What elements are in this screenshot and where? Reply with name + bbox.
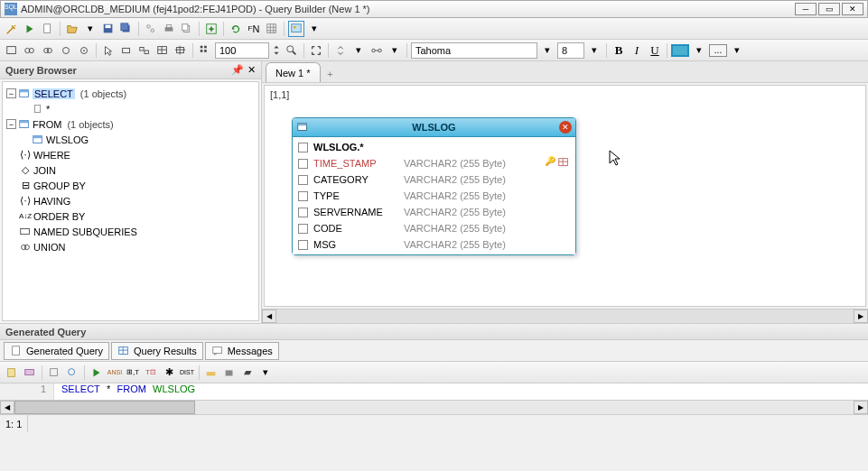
query-canvas[interactable]: [1,1] WLSLOG ✕ WLSLOG.*TIME_STAMPVARCHAR… [264,85,866,307]
open-icon[interactable] [64,21,80,37]
minimize-button[interactable]: ─ [795,3,817,15]
sql-btn2[interactable] [22,365,38,381]
wand-icon[interactable] [4,21,20,37]
table-column-row[interactable]: CODEVARCHAR2 (255 Byte) [294,220,574,236]
sql-t-icon[interactable]: ⊞,T [125,365,141,381]
align-icon[interactable] [4,42,20,59]
dropdown-icon[interactable]: ▾ [586,42,602,59]
sql-btn4[interactable] [64,365,80,381]
table-column-row[interactable]: TYPEVARCHAR2 (255 Byte) [294,188,574,204]
updown-icon[interactable] [332,42,349,59]
dropdown-icon[interactable]: ▾ [691,42,707,59]
chain-icon[interactable] [143,21,159,37]
tree-select-node[interactable]: − SELECT (1 objects) [6,86,255,101]
grid-small-icon[interactable] [197,42,213,59]
dropdown-icon[interactable]: ▾ [257,365,274,381]
table-wlslog-window[interactable]: WLSLOG ✕ WLSLOG.*TIME_STAMPVARCHAR2 (255… [292,117,576,255]
ring-icon[interactable] [58,42,74,59]
grid-tiny-icon[interactable] [557,156,570,171]
grid-icon[interactable] [264,21,280,37]
rings-icon[interactable] [22,42,38,59]
sql-hscroll[interactable]: ◀ ▶ [0,400,868,414]
sql-dist-icon[interactable]: DIST [179,365,195,381]
dropdown-icon[interactable]: ▾ [82,21,98,37]
tree-orderby-node[interactable]: A↓Z ORDER BY [6,208,255,224]
table-close-button[interactable]: ✕ [559,121,572,134]
row-checkbox[interactable] [298,224,308,234]
bold-button[interactable]: B [611,42,627,59]
scroll-thumb[interactable] [14,401,195,414]
zoom-icon[interactable] [284,42,300,59]
tab-messages[interactable]: Messages [205,342,279,360]
sql-cloud-icon[interactable]: ▰ [239,365,256,381]
sql-btn3[interactable] [46,365,62,381]
spinner-icon[interactable] [271,42,282,59]
canvas-hscroll[interactable]: ◀ ▶ [262,309,868,323]
collapse-icon[interactable]: − [6,119,16,129]
cursor-icon[interactable] [100,42,117,59]
font-select[interactable] [411,42,537,59]
table-window-header[interactable]: WLSLOG ✕ [293,118,575,136]
pin-icon[interactable]: 📌 [231,64,244,76]
dropdown-icon[interactable]: ▾ [350,42,367,59]
copy-icon[interactable] [179,21,195,37]
sql-btn1[interactable] [4,365,20,381]
row-checkbox[interactable] [298,159,308,169]
table-column-row[interactable]: WLSLOG.* [294,139,574,155]
rings2-icon[interactable] [40,42,56,59]
tree-join-node[interactable]: ◇ JOIN [6,162,255,178]
target-icon[interactable] [173,42,189,59]
color-swatch[interactable] [671,44,689,57]
fit-icon[interactable] [308,42,324,59]
dropdown-icon[interactable]: ▾ [306,21,322,37]
new-icon[interactable] [40,21,56,37]
sql-text[interactable]: SELECT * FROM WLSLOG [54,383,868,400]
sql-t2-icon[interactable]: T⊡ [143,365,159,381]
sql-snow-icon[interactable]: ✱ [161,365,177,381]
tree-union-node[interactable]: UNION [6,239,255,254]
tree-groupby-node[interactable]: ⊟ GROUP BY [6,178,255,193]
more-button[interactable]: ... [709,44,727,57]
ring2-icon[interactable] [76,42,92,59]
row-checkbox[interactable] [298,208,308,217]
tree-from-node[interactable]: − FROM (1 objects) [6,116,255,132]
table-column-row[interactable]: CATEGORYVARCHAR2 (255 Byte) [294,171,574,188]
dropdown-icon[interactable]: ▾ [729,42,745,59]
table-column-row[interactable]: MSGVARCHAR2 (255 Byte) [294,236,574,253]
save-icon[interactable] [100,21,117,37]
tree-having-node[interactable]: ⟨·⟩ HAVING [6,193,255,208]
picture-icon[interactable] [288,21,304,37]
sql-editor[interactable]: 1 SELECT * FROM WLSLOG [0,383,868,400]
close-button[interactable]: ✕ [842,3,863,15]
run-icon[interactable] [22,21,38,37]
shape2-icon[interactable] [136,42,153,59]
tab-query-results[interactable]: Query Results [111,342,203,360]
tab-new1[interactable]: New 1 * [266,62,321,82]
refresh-icon[interactable] [228,21,244,37]
restore-button[interactable]: ▭ [818,3,840,15]
close-panel-icon[interactable]: ✕ [247,64,256,76]
sql-btn5[interactable] [203,365,219,381]
sql-run-icon[interactable] [89,365,105,381]
shape1-icon[interactable] [118,42,135,59]
add-tab-button[interactable]: + [322,66,339,82]
dropdown-icon[interactable]: ▾ [387,42,403,59]
table-column-row[interactable]: SERVERNAMEVARCHAR2 (255 Byte) [294,204,574,220]
underline-button[interactable]: U [647,42,663,59]
scroll-right-button[interactable]: ▶ [854,309,868,323]
tree-where-node[interactable]: ⟨·⟩ WHERE [6,147,255,162]
grid2-icon[interactable] [154,42,171,59]
zoom-input[interactable] [215,42,269,59]
tree-star-node[interactable]: * [6,101,255,116]
row-checkbox[interactable] [298,175,308,185]
tree-wlslog-node[interactable]: WLSLOG [6,132,255,147]
save-all-icon[interactable] [118,21,135,37]
dropdown-icon[interactable]: ▾ [539,42,555,59]
table-column-row[interactable]: TIME_STAMPVARCHAR2 (255 Byte)🔑 [294,155,574,171]
row-checkbox[interactable] [298,240,308,250]
scroll-right-button[interactable]: ▶ [854,401,868,414]
plus-icon[interactable] [203,21,219,37]
tab-generated-query[interactable]: Generated Query [4,342,109,360]
sql-abc-icon[interactable]: ANSI [107,365,123,381]
font-size-input[interactable] [557,42,584,59]
